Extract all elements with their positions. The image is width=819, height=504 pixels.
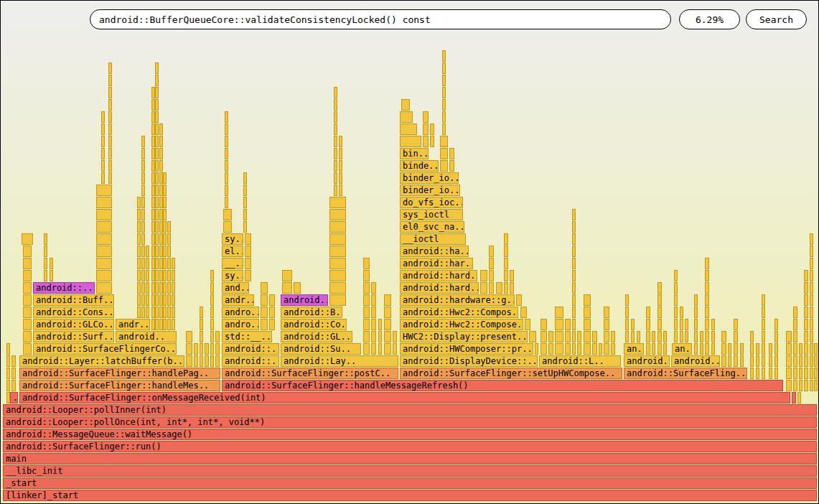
flame-frame[interactable]: __libc_init (3, 465, 817, 477)
flame-frame[interactable] (700, 331, 703, 342)
flame-frame[interactable] (810, 368, 813, 379)
flame-frame[interactable] (489, 282, 494, 294)
flame-frame[interactable] (96, 221, 112, 233)
flame-frame[interactable] (215, 355, 220, 367)
flame-frame[interactable] (159, 136, 163, 147)
flame-frame[interactable] (137, 307, 141, 318)
flame-frame[interactable] (814, 343, 818, 355)
flame-frame[interactable] (384, 307, 391, 318)
flame-frame[interactable] (674, 319, 678, 330)
flame-frame[interactable]: android::Hwc2::Compos.. (400, 307, 518, 318)
flame-frame[interactable] (194, 343, 198, 355)
flame-frame[interactable] (540, 319, 547, 330)
flame-frame[interactable] (155, 282, 159, 294)
flame-frame[interactable] (572, 233, 576, 245)
flame-frame[interactable] (652, 343, 655, 355)
flame-frame[interactable] (269, 319, 275, 330)
flame-frame[interactable] (155, 319, 159, 330)
flame-frame[interactable] (108, 148, 112, 159)
flame-frame[interactable] (810, 233, 813, 245)
flame-frame[interactable] (674, 294, 678, 306)
flame-frame[interactable] (572, 319, 576, 330)
flame-frame[interactable] (261, 319, 268, 330)
flame-frame[interactable] (371, 282, 376, 294)
flame-frame[interactable] (329, 282, 346, 294)
flame-frame[interactable] (799, 343, 802, 355)
flame-frame[interactable]: android::har.. (400, 258, 473, 269)
flame-frame[interactable] (186, 355, 192, 367)
flame-frame[interactable] (756, 368, 759, 379)
flame-frame[interactable] (44, 246, 47, 257)
flame-frame[interactable] (141, 136, 145, 147)
flame-frame[interactable]: an.. (624, 343, 644, 355)
flame-frame[interactable] (243, 197, 247, 208)
flame-frame[interactable] (769, 355, 772, 367)
flame-frame[interactable] (210, 282, 214, 294)
flame-frame[interactable] (215, 331, 220, 342)
flame-frame[interactable] (141, 270, 145, 281)
flame-frame[interactable] (50, 270, 53, 281)
flame-frame[interactable] (155, 148, 159, 159)
flame-frame[interactable]: android::B.. (281, 307, 342, 318)
flame-frame[interactable] (261, 307, 268, 318)
flame-frame[interactable] (108, 75, 112, 86)
flame-frame[interactable] (23, 282, 32, 294)
flame-frame[interactable] (625, 294, 629, 306)
flame-frame[interactable] (155, 307, 159, 318)
flame-frame[interactable] (393, 343, 397, 355)
flame-frame[interactable] (334, 99, 337, 111)
flame-frame[interactable] (584, 319, 591, 330)
flame-frame[interactable] (393, 331, 397, 342)
flame-frame[interactable] (159, 148, 163, 159)
flame-frame[interactable] (155, 270, 159, 281)
flame-frame[interactable]: do_vfs_ioc.. (400, 197, 463, 208)
flame-frame[interactable] (705, 270, 709, 281)
flame-frame[interactable]: _start (3, 477, 817, 489)
flame-frame[interactable] (680, 331, 683, 342)
flame-frame[interactable] (572, 294, 576, 306)
flame-frame[interactable] (137, 233, 141, 245)
flame-frame[interactable] (141, 172, 145, 184)
flame-frame[interactable] (167, 319, 171, 330)
flame-frame[interactable] (172, 307, 175, 318)
flame-frame[interactable] (205, 343, 209, 355)
flame-frame[interactable] (363, 282, 370, 294)
flame-frame[interactable] (705, 258, 709, 269)
flame-frame[interactable] (155, 246, 159, 257)
flame-frame[interactable]: sy.. (222, 270, 243, 281)
flame-frame[interactable] (734, 355, 738, 367)
flame-frame[interactable]: android::SurfaceFlinger::handleMessageRe… (222, 380, 783, 391)
flame-frame[interactable] (155, 221, 159, 233)
flame-frame[interactable] (652, 331, 655, 342)
flame-frame[interactable] (101, 148, 105, 159)
flame-frame[interactable] (167, 246, 171, 257)
flame-frame[interactable] (384, 343, 391, 355)
flame-frame[interactable] (631, 319, 635, 330)
flame-frame[interactable] (786, 355, 792, 367)
flame-frame[interactable] (23, 246, 32, 257)
flame-frame[interactable] (572, 331, 576, 342)
flame-frame[interactable] (243, 172, 247, 184)
flame-frame[interactable]: android::SurfaceFlinger::handlePag.. (19, 368, 220, 379)
flame-frame[interactable] (11, 380, 16, 391)
flame-frame[interactable] (548, 343, 553, 355)
flame-frame[interactable]: android::Buff.. (33, 294, 114, 306)
flame-frame[interactable] (442, 62, 446, 74)
flame-frame[interactable]: android::SurfaceFlinger::postC.. (222, 368, 398, 379)
flame-frame[interactable] (384, 319, 391, 330)
flame-frame[interactable] (680, 319, 683, 330)
flame-frame[interactable] (163, 221, 167, 233)
flame-frame[interactable] (674, 331, 678, 342)
flame-frame[interactable] (329, 246, 346, 257)
flame-frame[interactable]: andro.. (222, 319, 259, 330)
flame-frame[interactable] (430, 136, 434, 147)
flame-frame[interactable] (604, 319, 609, 330)
flame-frame[interactable] (774, 343, 778, 355)
flame-frame[interactable] (163, 197, 167, 208)
flame-frame[interactable] (225, 172, 228, 184)
flame-frame[interactable] (22, 233, 33, 245)
flame-frame[interactable] (163, 209, 167, 220)
flame-frame[interactable] (163, 246, 167, 257)
flame-frame[interactable]: android::hard.. (400, 282, 479, 294)
flame-frame[interactable] (269, 307, 275, 318)
